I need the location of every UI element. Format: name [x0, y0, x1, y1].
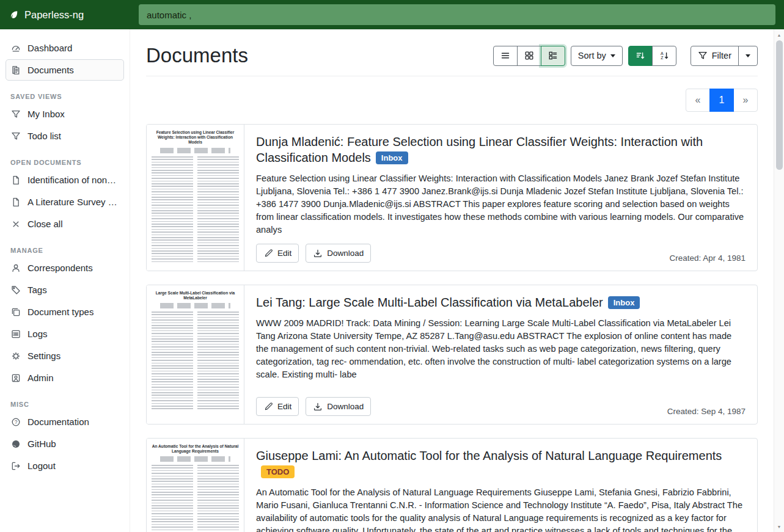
section-open-documents: OPEN DOCUMENTS — [10, 159, 119, 166]
sort-by-dropdown[interactable]: Sort by — [571, 46, 623, 66]
pagination-next[interactable]: » — [733, 89, 758, 112]
funnel-icon — [698, 51, 708, 60]
sidebar-item-admin[interactable]: Admin — [5, 367, 124, 388]
document-types-icon — [11, 307, 21, 317]
brand-link[interactable]: Paperless-ng — [0, 0, 130, 29]
svg-text:?: ? — [15, 419, 18, 425]
thumbnail-authors-line — [160, 456, 230, 462]
sort-direction-group: AZ — [628, 46, 676, 66]
document-card-body: Dunja Mladenić: Feature Selection using … — [244, 125, 757, 271]
sidebar-item-open-document-2[interactable]: A Literature Survey on ... — [5, 191, 124, 213]
sidebar-item-label: Documents — [27, 65, 74, 75]
edit-label: Edit — [277, 249, 291, 258]
view-toggle-group — [493, 46, 565, 66]
download-button[interactable]: Download — [306, 244, 371, 263]
edit-button[interactable]: Edit — [256, 397, 299, 416]
pagination-page-1[interactable]: 1 — [709, 89, 734, 112]
section-manage: MANAGE — [10, 247, 119, 254]
thumbnail-title: Large Scale Multi-Label Classification v… — [152, 291, 239, 301]
sidebar-item-close-all[interactable]: Close all — [5, 213, 124, 235]
view-grid-button[interactable] — [517, 46, 541, 66]
sidebar-item-logs[interactable]: Logs — [5, 323, 124, 344]
document-list: Feature Selection using Linear Classifie… — [146, 124, 758, 532]
view-list-button[interactable] — [493, 46, 518, 66]
sidebar-item-documents[interactable]: Documents — [5, 59, 124, 81]
download-label: Download — [327, 249, 364, 258]
thumbnail-authors-line — [160, 303, 230, 308]
pagination: « 1 » — [686, 89, 758, 112]
grid-view-icon — [524, 51, 534, 60]
download-icon — [313, 249, 323, 258]
download-button[interactable]: Download — [306, 397, 371, 416]
documents-toolbar: Sort by AZ — [493, 46, 758, 66]
pencil-icon — [263, 402, 273, 412]
sidebar-item-label: A Literature Survey on ... — [27, 197, 119, 207]
sidebar-item-open-document-1[interactable]: Identification of non-fu... — [5, 169, 124, 191]
sidebar-item-github[interactable]: GitHub — [5, 433, 124, 454]
file-icon — [11, 175, 21, 185]
sidebar-item-my-inbox[interactable]: My Inbox — [5, 103, 124, 125]
document-card: Large Scale Multi-Label Classification v… — [146, 285, 758, 425]
sidebar-item-settings[interactable]: Settings — [5, 345, 124, 366]
gear-icon — [11, 351, 21, 361]
filter-label: Filter — [712, 51, 731, 60]
question-icon: ? — [11, 417, 21, 427]
sort-alphabetical-icon: AZ — [659, 51, 669, 60]
document-title[interactable]: Dunja Mladenić: Feature Selection using … — [256, 134, 746, 166]
sidebar-item-label: My Inbox — [27, 109, 65, 119]
sidebar-item-documentation[interactable]: ? Documentation — [5, 411, 124, 432]
sidebar-item-label: Settings — [27, 351, 60, 361]
page-title: Documents — [146, 44, 248, 67]
scroll-up-arrow[interactable]: ▲ — [774, 31, 784, 39]
created-date: Created: Sep 4, 1987 — [667, 407, 746, 416]
edit-button[interactable]: Edit — [256, 244, 299, 263]
document-excerpt: WWW 2009 MADRID! Track: Data Mining / Se… — [256, 317, 746, 381]
document-title[interactable]: Lei Tang: Large Scale Multi-Label Classi… — [256, 294, 746, 310]
dashboard-icon — [11, 43, 21, 53]
sort-by-label: Sort by — [578, 51, 606, 60]
document-thumbnail[interactable]: Large Scale Multi-Label Classification v… — [147, 285, 244, 424]
sidebar-item-label: Close all — [27, 219, 63, 229]
sidebar-item-label: Identification of non-fu... — [27, 175, 119, 185]
tag-badge[interactable]: Inbox — [608, 296, 640, 309]
sidebar-item-correspondents[interactable]: Correspondents — [5, 257, 124, 279]
tag-badge[interactable]: Inbox — [376, 151, 408, 164]
document-thumbnail[interactable]: An Automatic Tool for the Analysis of Na… — [147, 439, 244, 532]
section-misc: MISC — [10, 401, 119, 408]
document-thumbnail[interactable]: Feature Selection using Linear Classifie… — [147, 125, 244, 271]
download-label: Download — [327, 402, 364, 411]
page-header: Documents — [146, 29, 758, 76]
tag-badge[interactable]: TODO — [261, 465, 295, 478]
sort-descending-button[interactable] — [628, 46, 653, 66]
documents-icon — [11, 65, 21, 75]
card-actions: Edit Download Created: Apr 4, 1981 — [256, 236, 746, 263]
sidebar-item-label: Dashboard — [27, 43, 72, 53]
filter-dropdown-toggle[interactable] — [738, 46, 758, 66]
sidebar-item-label: GitHub — [27, 439, 56, 449]
sidebar-item-logout[interactable]: Logout — [5, 455, 124, 476]
document-title[interactable]: Giuseppe Lami: An Automatic Tool for the… — [256, 448, 746, 479]
sidebar-item-label: Logout — [27, 461, 56, 471]
created-date: Created: Apr 4, 1981 — [669, 253, 746, 263]
sidebar-item-document-types[interactable]: Document types — [5, 301, 124, 322]
scrollbar[interactable]: ▲ ▼ — [774, 29, 784, 532]
paperless-logo-icon — [9, 10, 19, 20]
document-card-body: Giuseppe Lami: An Automatic Tool for the… — [244, 439, 757, 532]
sidebar-item-tags[interactable]: Tags — [5, 279, 124, 301]
sort-alphabetical-button[interactable]: AZ — [652, 46, 676, 66]
admin-icon — [11, 373, 21, 383]
thumbnail-authors-line — [160, 148, 230, 153]
thumbnail-body — [152, 156, 239, 263]
sidebar-item-todo-list[interactable]: Todo list — [5, 125, 124, 147]
filter-button[interactable]: Filter — [691, 46, 739, 66]
global-search-input[interactable] — [139, 4, 775, 25]
pagination-previous[interactable]: « — [686, 89, 710, 112]
view-details-button[interactable] — [541, 46, 565, 66]
sidebar-item-label: Correspondents — [27, 263, 93, 273]
document-card: Feature Selection using Linear Classifie… — [146, 124, 758, 271]
scrollbar-thumb[interactable] — [776, 40, 783, 170]
details-view-icon — [548, 51, 558, 60]
thumbnail-body — [152, 465, 239, 532]
sidebar-item-dashboard[interactable]: Dashboard — [5, 37, 124, 59]
scroll-down-arrow[interactable]: ▼ — [774, 522, 784, 531]
